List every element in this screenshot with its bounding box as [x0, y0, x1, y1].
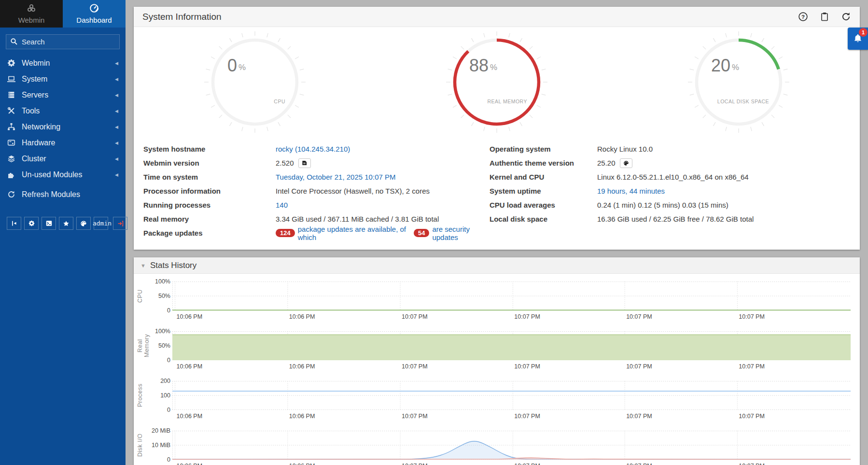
info-label: Running processes [143, 198, 276, 212]
sidebar-item-unused-modules[interactable]: Un-used Modules ◀ [0, 167, 126, 183]
chevron-left-icon: ◀ [115, 93, 118, 98]
chevron-left-icon: ◀ [115, 156, 118, 161]
tab-dashboard[interactable]: Dashboard [63, 0, 126, 28]
info-value: 0.24 (1 min) 0.12 (5 mins) 0.03 (15 mins… [597, 198, 860, 212]
chart-x-tick: 10:07 PM [739, 463, 765, 465]
system-information-header: System Information ? [134, 7, 860, 27]
clipboard-button[interactable] [820, 12, 829, 22]
chevron-left-icon: ◀ [115, 109, 118, 113]
chart-x-tick: 10:07 PM [739, 313, 765, 320]
stats-charts: CPU100%50%010:06 PM10:06 PM10:07 PM10:07… [134, 274, 860, 465]
chart-y-tick: 0 [145, 307, 170, 314]
page-title: System Information [142, 12, 222, 22]
chart-x-tick: 10:06 PM [177, 313, 203, 320]
security-updates-link[interactable]: are security updates [432, 225, 490, 241]
chart-x-tick: 10:06 PM [289, 313, 315, 320]
chart-x-tick: 10:07 PM [402, 313, 428, 320]
chart-x-tick: 10:07 PM [514, 313, 540, 320]
sidebar-item-cluster[interactable]: Cluster ◀ [0, 151, 126, 167]
monitor-icon [7, 75, 15, 83]
info-label: Authentic theme version [490, 156, 597, 170]
chevron-left-icon: ◀ [115, 172, 118, 177]
theme-changelog-button[interactable] [620, 158, 632, 168]
chart-y-tick: 100% [145, 278, 170, 285]
chart-x-tick: 10:07 PM [626, 313, 652, 320]
chart-x-tick: 10:06 PM [289, 463, 315, 465]
notifications-button[interactable]: 1 [848, 28, 868, 50]
package-updates-value: 124 package updates are available, of wh… [276, 226, 490, 240]
chart-y-tick: 50% [145, 342, 170, 349]
stats-chart-process: Process200100010:06 PM10:06 PM10:07 PM10… [134, 379, 860, 429]
search-input[interactable] [6, 34, 120, 49]
chart-x-tick: 10:07 PM [739, 413, 765, 420]
webmin-logo-icon [27, 3, 36, 14]
stats-history-header[interactable]: ▼ Stats History [134, 257, 860, 274]
header-actions: ? [798, 12, 851, 22]
time-on-system-link[interactable]: Tuesday, October 21, 2025 10:07 PM [276, 173, 395, 181]
network-icon [7, 123, 15, 131]
theme-button[interactable] [76, 217, 91, 230]
hostname-link[interactable]: rocky (104.245.34.210) [276, 145, 350, 153]
sidebar-item-webmin[interactable]: Webmin ◀ [0, 55, 126, 71]
favorites-button[interactable] [59, 217, 73, 230]
collapse-caret-icon: ▼ [140, 263, 146, 268]
running-processes-link[interactable]: 140 [276, 201, 288, 209]
chart-plot-area [172, 331, 851, 360]
layers-icon [7, 155, 15, 163]
sidebar-item-label: Refresh Modules [22, 190, 80, 199]
info-label: Real memory [143, 212, 276, 226]
info-label: System uptime [490, 184, 597, 198]
notification-count-badge: 1 [859, 28, 868, 37]
sidebar: Webmin Dashboard Webmin ◀ System [0, 0, 126, 465]
system-info-table: System hostname rocky (104.245.34.210) O… [134, 134, 860, 250]
chevron-left-icon: ◀ [115, 125, 118, 129]
info-label: CPU load averages [490, 198, 597, 212]
sidebar-item-label: Cluster [22, 155, 46, 163]
sidebar-item-label: Servers [22, 91, 48, 99]
tab-webmin[interactable]: Webmin [0, 0, 63, 28]
terminal-button[interactable] [42, 217, 56, 230]
server-icon [7, 91, 15, 99]
chart-x-tick: 10:06 PM [177, 463, 203, 465]
chart-x-tick: 10:07 PM [514, 363, 540, 370]
chart-x-tick: 10:06 PM [289, 413, 315, 420]
chart-x-tick: 10:07 PM [402, 413, 428, 420]
chart-x-tick: 10:07 PM [626, 463, 652, 465]
info-label: Package updates [143, 226, 276, 240]
sidebar-item-system[interactable]: System ◀ [0, 71, 126, 87]
chart-x-tick: 10:07 PM [402, 463, 428, 465]
puzzle-icon [7, 170, 15, 179]
chevron-left-icon: ◀ [115, 141, 118, 145]
refresh-icon [7, 190, 15, 198]
system-information-panel: System Information ? 0%CPU 88%REAL MEMOR… [134, 7, 860, 250]
chart-x-tick: 10:07 PM [626, 363, 652, 370]
sidebar-item-label: Hardware [22, 139, 55, 147]
refresh-button[interactable] [841, 12, 851, 22]
real-memory-gauge: 88%REAL MEMORY [445, 30, 549, 134]
chart-y-axis-label: Disk I/O [137, 431, 144, 460]
sidebar-item-label: System [22, 75, 47, 84]
user-button[interactable]: admin [94, 217, 108, 230]
svg-text:?: ? [801, 14, 805, 20]
settings-button[interactable] [24, 217, 39, 230]
info-label: Processor information [143, 184, 276, 198]
harddrive-icon [7, 139, 15, 147]
sidebar-item-refresh-modules[interactable]: Refresh Modules [0, 186, 126, 202]
collapse-sidebar-button[interactable] [7, 217, 21, 230]
sidebar-item-servers[interactable]: Servers ◀ [0, 87, 126, 103]
sidebar-item-hardware[interactable]: Hardware ◀ [0, 135, 126, 151]
terminal-icon [46, 220, 52, 226]
local-disk-gauge: 20%LOCAL DISK SPACE [686, 30, 791, 134]
svg-text:CPU: CPU [274, 99, 285, 104]
package-updates-link[interactable]: package updates are available, of which [298, 225, 411, 241]
chart-y-tick: 20 MiB [145, 427, 170, 434]
chart-x-tick: 10:06 PM [177, 413, 203, 420]
sidebar-item-networking[interactable]: Networking ◀ [0, 119, 126, 135]
webmin-changelog-button[interactable] [298, 158, 311, 168]
sidebar-item-label: Webmin [22, 59, 50, 68]
svg-text:REAL MEMORY: REAL MEMORY [487, 99, 527, 104]
uptime-link[interactable]: 19 hours, 44 minutes [597, 187, 665, 195]
help-button[interactable]: ? [798, 12, 808, 22]
sidebar-item-tools[interactable]: Tools ◀ [0, 103, 126, 119]
sidebar-bottom-toolbar: admin [7, 217, 119, 230]
